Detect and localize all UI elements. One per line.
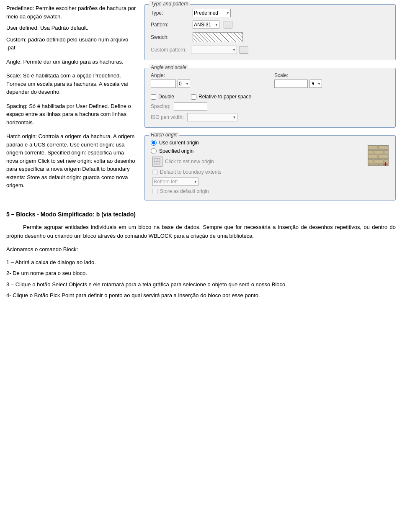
pattern-label: Pattern: bbox=[151, 22, 188, 28]
relative-label: Relative to paper space bbox=[198, 94, 251, 100]
svg-rect-5 bbox=[378, 146, 388, 149]
section-title-b: b bbox=[96, 211, 100, 218]
cursor-icon bbox=[154, 158, 161, 165]
left-column: Predefined: Permite escolher padrões de … bbox=[6, 4, 136, 200]
click-set-icon bbox=[152, 157, 162, 167]
type-pattern-title: Type and pattern bbox=[149, 1, 190, 7]
svg-rect-13 bbox=[384, 159, 388, 163]
angle-scale-title: Angle and scale bbox=[149, 64, 188, 70]
svg-rect-8 bbox=[384, 150, 388, 154]
hatch-origin-content: Use current origin Specified origin bbox=[151, 140, 389, 194]
hatch-origin-title: Hatch origin bbox=[149, 132, 179, 138]
iso-select bbox=[187, 113, 237, 121]
type-label: Type: bbox=[151, 10, 188, 16]
angle-input[interactable]: 0 bbox=[151, 80, 176, 88]
specified-label: Specified origin bbox=[159, 148, 193, 154]
type-pattern-panel: Type and pattern Type: Predefined User d… bbox=[144, 4, 396, 60]
pattern-row: Pattern: ANSI31 ... bbox=[151, 21, 389, 29]
swatch-preview bbox=[193, 32, 243, 42]
default-boundary-label: Default to boundary extents bbox=[160, 169, 222, 175]
hatch-origin-left: Use current origin Specified origin bbox=[151, 140, 362, 194]
angle-input-row: 0 0 bbox=[151, 80, 266, 88]
use-current-radio[interactable] bbox=[151, 140, 157, 146]
svg-rect-12 bbox=[374, 159, 383, 163]
custom-pattern-dots-button: ... bbox=[240, 46, 248, 54]
relative-checkbox-row: Relative to paper space bbox=[191, 94, 251, 100]
scale-label: Scale: bbox=[274, 72, 389, 78]
section-title-rest: Modo Simplificado: b (via teclado) bbox=[39, 211, 136, 218]
swatch-label: Swatch: bbox=[151, 34, 188, 40]
para-user-defined: User defined: Usa Padrão default. bbox=[6, 24, 136, 32]
scale-col: Scale: 1.0000 ▼ bbox=[274, 72, 389, 88]
double-checkbox-row: Double bbox=[151, 94, 174, 100]
iso-label: ISO pen width: bbox=[151, 114, 184, 120]
store-default-label: Store as default origin bbox=[160, 188, 209, 194]
angle-scale-grid: Angle: 0 0 Scale: 1.0000 bbox=[151, 72, 389, 88]
iso-row: ISO pen width: bbox=[151, 113, 389, 121]
blocks-section: 5 – Blocks - Modo Simplificado: b (via t… bbox=[6, 211, 396, 300]
custom-pattern-label: Custom pattern: bbox=[151, 47, 188, 53]
para-scale: Scale: Só é habilitada com a opção Prede… bbox=[6, 72, 136, 96]
para-hatch-origin: Hatch origin: Controla a origem da hachu… bbox=[6, 132, 136, 190]
svg-rect-7 bbox=[374, 150, 383, 154]
svg-rect-10 bbox=[378, 155, 388, 159]
angle-select-wrap[interactable]: 0 bbox=[178, 80, 190, 88]
double-checkbox[interactable] bbox=[151, 94, 156, 100]
angle-col: Angle: 0 0 bbox=[151, 72, 266, 88]
angle-label: Angle: bbox=[151, 72, 266, 78]
para-angle: Angle: Permite dar um ângulo para as hac… bbox=[6, 58, 136, 66]
angle-scale-panel: Angle and scale Angle: 0 0 Scale: bbox=[144, 68, 396, 128]
hatch-origin-panel: Hatch origin Use current origin Specifie… bbox=[144, 135, 396, 200]
scale-select[interactable]: ▼ bbox=[309, 80, 322, 88]
list-item-1: 1 – Abrirá a caixa de dialogo ao lado. bbox=[6, 258, 396, 267]
double-label: Double bbox=[158, 94, 174, 100]
click-set-label: Click to set new origin bbox=[165, 159, 214, 164]
type-select[interactable]: Predefined User defined Custom bbox=[193, 9, 231, 17]
blocks-para1: Permite agrupar entidades individuais em… bbox=[6, 223, 396, 241]
specified-origin-radio[interactable] bbox=[151, 148, 157, 154]
iso-select-wrap bbox=[187, 113, 237, 121]
scale-select-wrap[interactable]: ▼ bbox=[309, 80, 322, 88]
section-title-bold: 5 – Blocks - bbox=[6, 211, 39, 218]
spacing-label: Spacing: bbox=[151, 103, 170, 109]
section-title: 5 – Blocks - Modo Simplificado: b (via t… bbox=[6, 211, 396, 218]
swatch-row: Swatch: bbox=[151, 32, 389, 42]
custom-pattern-select bbox=[191, 46, 237, 54]
store-default-row: Store as default origin bbox=[152, 188, 362, 194]
bottom-left-row: Bottom left bbox=[152, 177, 362, 186]
specified-origin-row: Specified origin bbox=[151, 148, 362, 154]
list-item-2: 2- De um nome para o seu bloco. bbox=[6, 269, 396, 278]
angle-select[interactable]: 0 bbox=[178, 80, 190, 88]
pattern-dots-button[interactable]: ... bbox=[224, 21, 232, 28]
use-current-label: Use current origin bbox=[159, 140, 199, 146]
default-boundary-row: Default to boundary extents bbox=[152, 169, 362, 175]
para-custom: Custom: padrão definido pelo usuário num… bbox=[6, 36, 136, 52]
brick-icon-svg bbox=[368, 145, 389, 166]
pattern-select[interactable]: ANSI31 bbox=[193, 21, 219, 29]
scale-input[interactable]: 1.0000 bbox=[274, 80, 308, 88]
default-boundary-checkbox bbox=[152, 170, 158, 175]
spacing-input: 1.0000 bbox=[174, 102, 207, 111]
type-select-wrap[interactable]: Predefined User defined Custom bbox=[193, 9, 231, 17]
bottom-left-select-wrap: Bottom left bbox=[152, 177, 198, 186]
brick-preview bbox=[366, 144, 389, 167]
para-spacing: Spacing: Só é habilitada por User Define… bbox=[6, 102, 136, 127]
svg-rect-14 bbox=[368, 164, 377, 166]
para-predefined: Predefined: Permite escolher padrões de … bbox=[6, 4, 136, 21]
custom-pattern-row: Custom pattern: ... bbox=[151, 46, 389, 54]
custom-pattern-select-wrap bbox=[191, 46, 237, 54]
click-set-row: Click to set new origin bbox=[152, 157, 362, 167]
relative-checkbox[interactable] bbox=[191, 94, 196, 100]
svg-rect-11 bbox=[368, 159, 373, 163]
pattern-select-wrap[interactable]: ANSI31 bbox=[193, 21, 219, 29]
spacing-row: Spacing: 1.0000 bbox=[151, 102, 389, 111]
right-column: Type and pattern Type: Predefined User d… bbox=[144, 4, 396, 200]
svg-rect-6 bbox=[368, 150, 373, 154]
list-item-3: 3 – Clique o botão Select Objects e ele … bbox=[6, 280, 396, 289]
blocks-para2: Acionamos o comando Block: bbox=[6, 245, 396, 254]
svg-rect-4 bbox=[368, 146, 377, 149]
scale-input-row: 1.0000 ▼ bbox=[274, 80, 389, 88]
store-default-checkbox bbox=[152, 189, 158, 194]
bottom-left-select: Bottom left bbox=[152, 177, 198, 186]
use-current-row: Use current origin bbox=[151, 140, 362, 146]
